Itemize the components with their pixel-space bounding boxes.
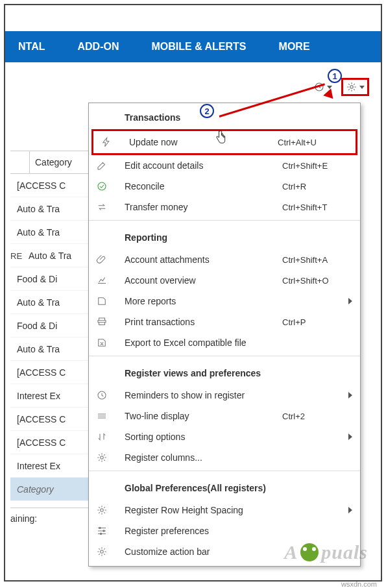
menu-item-label: Reminders to show in register — [115, 390, 282, 400]
menu-item-label: More reports — [115, 296, 282, 306]
menu-item-reminders[interactable]: Reminders to show in register — [89, 385, 360, 406]
prefs-icon — [89, 525, 115, 537]
svg-point-6 — [99, 527, 101, 528]
grid-header-spacer — [10, 151, 30, 173]
edit-icon — [89, 160, 115, 171]
watermark-a: A — [284, 541, 298, 563]
nav-item-rental[interactable]: NTAL — [5, 41, 64, 53]
menu-item-sorting[interactable]: Sorting options — [89, 426, 360, 447]
callout-badge-1: 1 — [328, 69, 342, 83]
menu-item-two-line[interactable]: Two-line display Ctrl+2 — [89, 406, 360, 426]
mascot-icon — [300, 543, 319, 561]
menu-item-shortcut: Ctrl+R — [282, 182, 360, 191]
table-row[interactable]: Auto & Tra — [10, 291, 95, 314]
menu-item-shortcut: Ctrl+2 — [282, 411, 360, 421]
app-frame: NTAL ADD-ON MOBILE & ALERTS MORE 1 2 Cat… — [4, 4, 382, 582]
menu-item-shortcut: Ctrl+Shift+T — [282, 202, 360, 212]
menu-section-register-views: Register views and preferences — [89, 359, 360, 385]
menu-item-shortcut: Ctrl+Shift+A — [282, 255, 360, 265]
submenu-arrow-icon — [348, 392, 352, 398]
menu-item-transfer[interactable]: Transfer money Ctrl+Shift+T — [89, 197, 360, 217]
svg-point-4 — [101, 456, 104, 459]
settings-dropdown-button[interactable] — [341, 78, 369, 96]
menu-item-reconcile[interactable]: Reconcile Ctrl+R — [89, 176, 360, 197]
clock-icon — [89, 389, 115, 401]
lightning-icon — [93, 136, 119, 148]
svg-point-2 — [98, 182, 106, 190]
gear-icon — [89, 546, 115, 557]
grid-body: [ACCESS C Auto & Tra Auto & Tra RE Auto … — [10, 174, 95, 501]
table-row[interactable]: Auto & Tra — [10, 337, 95, 361]
menu-item-print[interactable]: Print transactions Ctrl+P — [89, 312, 360, 332]
table-row[interactable]: [ACCESS C — [10, 408, 95, 431]
menu-item-shortcut: Ctrl+Shift+E — [282, 161, 360, 171]
menu-item-label: Account attachments — [115, 254, 282, 265]
submenu-arrow-icon — [348, 507, 352, 513]
menu-item-label: Print transactions — [115, 317, 282, 327]
callout-badge-2: 2 — [200, 104, 214, 118]
menu-item-attachments[interactable]: Account attachments Ctrl+Shift+A — [89, 249, 360, 270]
menu-separator — [89, 471, 360, 471]
menu-item-label: Register preferences — [115, 526, 282, 536]
transaction-grid: Category [ACCESS C Auto & Tra Auto & Tra… — [10, 151, 95, 524]
menu-item-export-excel[interactable]: Export to Excel compatible file — [89, 332, 360, 353]
menu-item-label: Export to Excel compatible file — [115, 337, 282, 348]
grid-footer-remaining: aining: — [10, 508, 95, 524]
table-row[interactable]: [ACCESS C — [10, 174, 95, 197]
table-row[interactable]: Food & Di — [10, 314, 95, 337]
column-header-category[interactable]: Category — [30, 151, 95, 173]
menu-section-transactions: Transactions — [89, 103, 360, 129]
gear-icon — [89, 504, 115, 516]
svg-point-1 — [350, 86, 354, 89]
svg-point-5 — [101, 509, 104, 512]
submenu-arrow-icon — [348, 434, 352, 440]
table-row[interactable]: Interest Ex — [10, 384, 95, 408]
menu-separator — [89, 220, 360, 221]
menu-item-more-reports[interactable]: More reports — [89, 291, 360, 312]
gear-icon — [89, 452, 115, 463]
category-editor-cell[interactable]: Category — [10, 478, 95, 501]
grid-header-row: Category — [10, 151, 95, 174]
menu-item-register-prefs[interactable]: Register preferences — [89, 521, 360, 541]
chevron-down-icon — [359, 86, 365, 89]
menu-item-label: Two-line display — [115, 411, 282, 421]
menu-item-shortcut: Ctrl+Shift+O — [282, 276, 360, 286]
menu-item-label: Register Row Height Spacing — [115, 505, 282, 515]
printer-icon — [89, 316, 115, 328]
table-row[interactable]: Auto & Tra — [10, 197, 95, 221]
table-row[interactable]: Food & Di — [10, 267, 95, 291]
source-site-label: wsxdn.com — [341, 580, 377, 588]
chart-icon — [89, 275, 115, 286]
menu-section-reporting: Reporting — [89, 223, 360, 249]
sort-icon — [89, 431, 115, 443]
menu-item-label: Sorting options — [115, 432, 282, 442]
table-row[interactable]: Interest Ex — [10, 454, 95, 478]
table-row[interactable]: Auto & Tra — [10, 221, 95, 244]
check-circle-icon — [89, 180, 115, 192]
nav-item-mobile-alerts[interactable]: MOBILE & ALERTS — [138, 41, 265, 53]
nav-item-addon[interactable]: ADD-ON — [64, 41, 138, 53]
menu-item-label: Reconcile — [115, 181, 282, 191]
pointer-cursor-icon — [214, 130, 227, 149]
menu-item-edit-account[interactable]: Edit account details Ctrl+Shift+E — [89, 155, 360, 176]
settings-menu: Transactions Update now Ctrl+Alt+U Edit … — [88, 103, 361, 567]
paperclip-icon — [89, 254, 115, 265]
menu-item-shortcut: Ctrl+Alt+U — [278, 138, 356, 147]
two-line-icon — [89, 410, 115, 422]
table-row[interactable]: [ACCESS C — [10, 431, 95, 454]
nav-item-more[interactable]: MORE — [266, 41, 330, 53]
top-nav: NTAL ADD-ON MOBILE & ALERTS MORE — [5, 31, 381, 62]
table-row[interactable]: [ACCESS C — [10, 361, 95, 384]
reports-icon — [89, 295, 115, 307]
transfer-icon — [89, 201, 115, 213]
export-icon — [89, 337, 115, 349]
table-row[interactable]: Auto & Tra — [10, 244, 95, 267]
menu-item-columns[interactable]: Register columns... — [89, 447, 360, 468]
watermark-logo: A puals — [284, 541, 368, 563]
gear-icon — [346, 81, 357, 93]
watermark-puals: puals — [321, 541, 368, 563]
register-toolbar — [313, 78, 369, 96]
menu-item-row-height[interactable]: Register Row Height Spacing — [89, 500, 360, 521]
svg-point-8 — [100, 533, 101, 534]
menu-item-overview[interactable]: Account overview Ctrl+Shift+O — [89, 270, 360, 291]
